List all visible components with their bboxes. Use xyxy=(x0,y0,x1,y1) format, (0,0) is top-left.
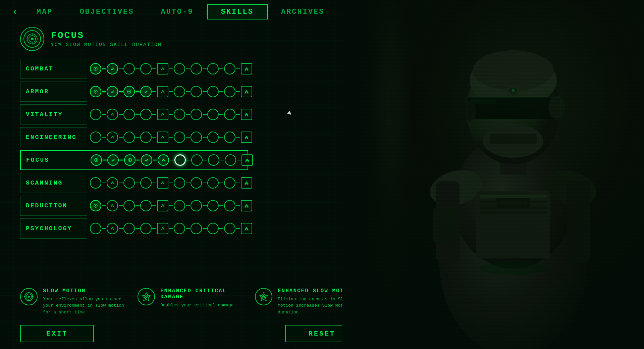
node[interactable] xyxy=(107,177,118,189)
skill-row-armor[interactable]: ARMOR xyxy=(20,82,248,102)
node[interactable] xyxy=(123,109,135,120)
node[interactable] xyxy=(123,223,135,234)
node[interactable] xyxy=(90,86,101,97)
node[interactable] xyxy=(191,223,202,234)
node[interactable] xyxy=(107,132,118,143)
node-tier-2[interactable] xyxy=(241,86,252,97)
node[interactable] xyxy=(224,200,235,211)
node[interactable] xyxy=(224,86,235,97)
node[interactable] xyxy=(90,177,101,189)
node[interactable] xyxy=(191,63,202,74)
node[interactable] xyxy=(140,63,152,74)
node[interactable] xyxy=(140,200,152,211)
node[interactable] xyxy=(174,63,185,74)
node[interactable] xyxy=(224,63,235,74)
node-tier-2[interactable] xyxy=(241,223,252,234)
node-tier[interactable] xyxy=(157,86,168,97)
connector xyxy=(103,160,107,160)
skill-row-engineering[interactable]: ENGINEERING xyxy=(20,127,248,147)
node[interactable] xyxy=(90,63,101,74)
node[interactable] xyxy=(191,132,202,143)
exit-button[interactable]: EXIT xyxy=(20,325,94,342)
tab-objectives[interactable]: OBJECTIVES xyxy=(66,5,147,19)
node[interactable] xyxy=(141,154,152,166)
node[interactable] xyxy=(123,177,135,189)
node[interactable] xyxy=(207,63,219,74)
node[interactable] xyxy=(107,86,118,97)
node[interactable] xyxy=(91,154,102,166)
node[interactable] xyxy=(207,132,219,143)
node[interactable] xyxy=(107,109,118,120)
skill-row-scanning[interactable]: SCANNING xyxy=(20,173,248,193)
skill-row-focus[interactable]: FOCUS xyxy=(20,150,248,170)
node[interactable] xyxy=(123,63,135,74)
node[interactable] xyxy=(123,200,135,211)
node-tier-2[interactable] xyxy=(241,132,252,143)
node-tier[interactable] xyxy=(157,177,168,189)
node[interactable] xyxy=(191,200,202,211)
node[interactable] xyxy=(140,86,152,97)
skill-header-title: FOCUS xyxy=(51,30,162,41)
tab-skills[interactable]: SKILLS xyxy=(207,4,268,19)
node[interactable] xyxy=(224,223,235,234)
node[interactable] xyxy=(191,177,202,189)
node-tier-2[interactable] xyxy=(241,154,253,166)
node-tier-2[interactable] xyxy=(241,63,252,74)
node-tier[interactable] xyxy=(157,132,168,143)
node[interactable] xyxy=(158,154,169,166)
node[interactable] xyxy=(207,177,219,189)
node[interactable] xyxy=(140,223,152,234)
node[interactable] xyxy=(174,86,185,97)
node[interactable] xyxy=(90,109,101,120)
node-tier-2[interactable] xyxy=(241,200,252,211)
node-tier-2[interactable] xyxy=(241,109,252,120)
node[interactable] xyxy=(174,109,185,120)
node-tier[interactable] xyxy=(157,223,168,234)
tab-auto9[interactable]: AUTO-9 xyxy=(147,5,207,19)
node[interactable] xyxy=(224,109,235,120)
node[interactable] xyxy=(191,86,202,97)
node-selected[interactable] xyxy=(174,154,186,166)
node[interactable] xyxy=(123,132,135,143)
node[interactable] xyxy=(224,132,235,143)
node[interactable] xyxy=(191,154,203,166)
node[interactable] xyxy=(174,177,185,189)
node[interactable] xyxy=(174,132,185,143)
node[interactable] xyxy=(174,200,185,211)
node[interactable] xyxy=(207,200,219,211)
node[interactable] xyxy=(123,86,135,97)
node[interactable] xyxy=(107,223,118,234)
nav-prev-arrow[interactable]: ‹ xyxy=(7,7,23,17)
tab-map[interactable]: MAP xyxy=(23,5,66,19)
node[interactable] xyxy=(140,132,152,143)
skill-row-vitality[interactable]: VITALITY xyxy=(20,104,248,124)
node[interactable] xyxy=(207,109,219,120)
node[interactable] xyxy=(207,223,219,234)
node[interactable] xyxy=(191,109,202,120)
node[interactable] xyxy=(107,154,119,166)
node-tier[interactable] xyxy=(157,109,168,120)
node[interactable] xyxy=(224,177,235,189)
node[interactable] xyxy=(107,200,118,211)
node-tier[interactable] xyxy=(157,200,168,211)
node[interactable] xyxy=(225,154,236,166)
node[interactable] xyxy=(124,154,136,166)
node[interactable] xyxy=(90,200,101,211)
node[interactable] xyxy=(107,63,118,74)
skill-row-deduction[interactable]: DEDUCTION xyxy=(20,196,248,216)
node[interactable] xyxy=(174,223,185,234)
node-tier[interactable] xyxy=(157,63,168,74)
node[interactable] xyxy=(140,109,152,120)
connector xyxy=(169,114,173,115)
node[interactable] xyxy=(90,132,101,143)
skill-row-combat[interactable]: COMBAT xyxy=(20,59,248,79)
node[interactable] xyxy=(208,154,219,166)
tab-archives[interactable]: ARCHIVES xyxy=(268,5,338,19)
node[interactable] xyxy=(140,177,152,189)
node[interactable] xyxy=(207,86,219,97)
node[interactable] xyxy=(90,223,101,234)
skill-row-psychology[interactable]: PSYCHOLOGY xyxy=(20,218,248,239)
skill-label-scanning: SCANNING xyxy=(20,173,87,193)
enhanced-critical-title: ENHANCED CRITICAL DAMAGE xyxy=(160,288,241,300)
node-tier-2[interactable] xyxy=(241,177,252,189)
